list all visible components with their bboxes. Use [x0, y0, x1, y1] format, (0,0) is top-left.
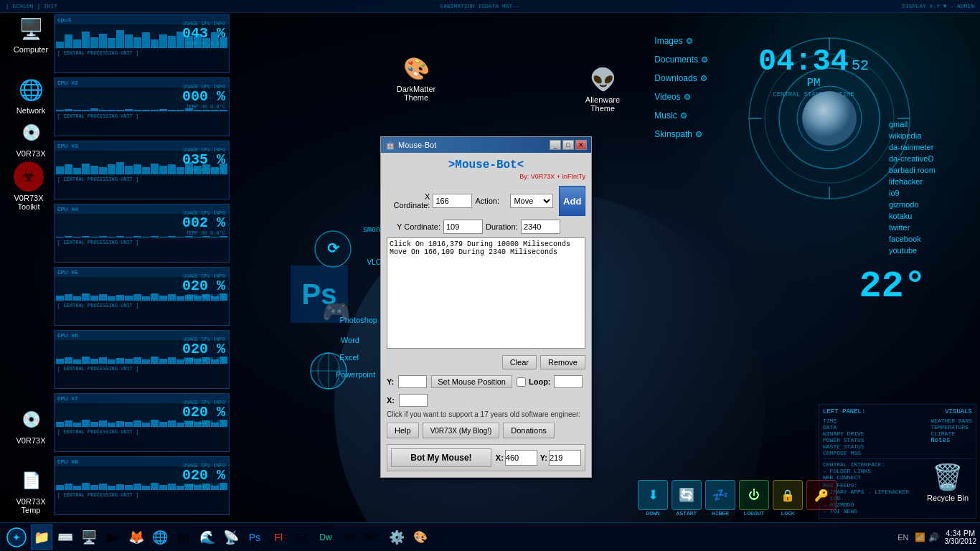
controller-icon-area[interactable]: 🎮 [322, 298, 351, 325]
right-link-io9[interactable]: io9 [883, 187, 976, 199]
right-link-kotaku[interactable]: kotaku [883, 210, 976, 222]
duration-input[interactable] [521, 220, 560, 234]
v0r73x1-icon: 💿 [17, 118, 45, 147]
hiber-label: HIBER [712, 510, 729, 517]
taskbar-dreamweaver[interactable]: Dw [315, 524, 336, 550]
right-link-da-creativeD[interactable]: da-creativeD [883, 153, 976, 164]
set-position-button[interactable]: Set Mouse Position [431, 375, 512, 388]
icon-network[interactable]: 🌐 Network [6, 75, 56, 115]
taskbar-paint[interactable]: 🎨 [410, 524, 431, 550]
taskbar-xm[interactable]: XM [339, 524, 360, 550]
globe-icon-area[interactable] [309, 352, 349, 394]
dialog-content: >Mouse-Bot< By: V0R73X + InFIn!Ty X Cord… [381, 153, 591, 477]
right-link-twitter[interactable]: twitter [883, 222, 976, 233]
maximize-button[interactable]: □ [562, 140, 574, 150]
dock-astart[interactable]: 🔄 ASTART [672, 480, 702, 517]
taskbar-media[interactable]: ▶ [102, 524, 123, 550]
help-button[interactable]: Help [387, 423, 419, 438]
right-link-youtube[interactable]: youtube [883, 245, 976, 256]
taskbar-cmd[interactable]: ⌨️ [55, 524, 76, 550]
right-link-lifehacker[interactable]: lifehacker [883, 176, 976, 187]
icon-darkmatter[interactable]: 🎨 DarkMatterTheme [391, 54, 441, 102]
nav-skinspath[interactable]: Skinspath [654, 129, 707, 139]
loop-checkbox[interactable] [517, 377, 526, 387]
right-link-wikipedia[interactable]: wikipedia [883, 130, 976, 141]
taskbar-fireworks[interactable]: 📡 [220, 524, 242, 550]
clear-button[interactable]: Clear [502, 355, 537, 369]
icon-recycle-bin[interactable]: 🗑️ Recycle Bin [923, 463, 973, 502]
add-button[interactable]: Add [559, 186, 585, 216]
bot-button[interactable]: Bot My Mouse! [391, 448, 491, 467]
down-icon: ⬇ [638, 480, 668, 510]
nav-documents[interactable]: Documents [654, 55, 707, 65]
right-links-panel: gmail wikipedia da-rainmeter da-creative… [883, 118, 976, 256]
cpu1-usage: USAGE CPU INFO 043 % TEMP #5 0.0°C [182, 21, 225, 47]
action-select[interactable]: Move Click Double Click Right Click [510, 194, 553, 208]
bot-x-input[interactable] [505, 450, 537, 466]
visuals-label: VISUALS [945, 408, 972, 415]
cpu6-usage: USAGE CPU INFO 020 % TEMP #10 0.0°C [182, 336, 225, 362]
cpu4-usage: USAGE CPU INFO 002 % TEMP #8 0.0°C [182, 210, 225, 236]
right-link-facebook[interactable]: facebook [883, 233, 976, 245]
blog-button[interactable]: V0R73X (My Blog!) [423, 423, 500, 438]
icon-v0r73x2[interactable]: 💿 V0R73X [6, 405, 56, 445]
taskbar-monitor[interactable]: 🖥️ [78, 524, 100, 550]
y-pos-input[interactable] [398, 375, 427, 388]
downloads-dot [701, 75, 707, 81]
taskbar-chrome[interactable]: 🌐 [149, 524, 171, 550]
cpu-monitor-2: CPU #2 [ CENTRAL PROCESSING UNIT ] USAGE… [54, 77, 230, 136]
icon-computer[interactable]: 🖥️ Computer [6, 14, 56, 54]
taskbar-dosbox[interactable]: DOS [362, 524, 384, 550]
remove-button[interactable]: Remove [540, 355, 585, 369]
taskbar-explorer[interactable]: 📁 [31, 524, 52, 550]
icon-alienware[interactable]: 👽 AlienwareTheme [578, 65, 628, 113]
cpu8-footer: [ CENTRAL PROCESSING UNIT ] [55, 491, 229, 499]
downloads-label: Downloads [654, 73, 697, 83]
temperature-display: 22° [859, 265, 926, 308]
bittorrent-icon-area[interactable]: ⟳ [314, 230, 353, 272]
nav-music[interactable]: Music [654, 110, 707, 121]
loop-input[interactable] [554, 375, 583, 388]
astart-label: ASTART [677, 510, 697, 517]
y-coordinate-input[interactable] [443, 220, 483, 234]
script-textarea[interactable]: Click On 1016,379 During 10000 Milisecon… [387, 237, 585, 349]
dock-down[interactable]: ⬇ DOWN [638, 480, 668, 517]
dock-lock[interactable]: 🔒 LOCK [773, 480, 803, 517]
right-link-gmail[interactable]: gmail [883, 118, 976, 130]
icon-v0r73x1[interactable]: 💿 V0R73X [6, 118, 56, 158]
close-button[interactable]: ✕ [575, 140, 587, 150]
icon-v0r73x-temp[interactable]: 📄 V0R73XTemp [6, 466, 56, 514]
nav-images[interactable]: Images [654, 36, 707, 46]
taskbar-firefox[interactable]: 🦊 [126, 524, 147, 550]
nav-videos[interactable]: Videos [654, 92, 707, 102]
taskbar-photoshop[interactable]: Ps [244, 524, 265, 550]
cpu-monitor-1: cpu1 [ CENTRAL PROCESSING UNIT ] USAGE C… [54, 14, 230, 73]
taskbar-wave[interactable]: 🌊 [197, 524, 218, 550]
taskbar-infinity[interactable]: ∞ [173, 524, 194, 550]
taskbar-flash[interactable]: Fl [268, 524, 289, 550]
cpu7-usage: USAGE CPU INFO 020 % TEMP #11 0.0°C [182, 400, 225, 425]
taskbar-right-area: EN 📶 🔊 4:34 PM 3/30/2012 [897, 529, 976, 545]
taskbar-filezilla[interactable]: FZ [291, 524, 313, 550]
dock-key[interactable]: 🔑 [806, 480, 837, 517]
donations-button[interactable]: Donations [503, 423, 555, 438]
start-button[interactable]: ✦ [4, 524, 29, 550]
taskbar-settings[interactable]: ⚙️ [386, 524, 407, 550]
vlc-icon-area[interactable]: VLC [367, 258, 381, 266]
images-label: Images [654, 36, 682, 46]
x-coordinate-input[interactable] [433, 194, 472, 208]
x-pos-input[interactable] [399, 394, 428, 407]
nav-downloads[interactable]: Downloads [654, 73, 707, 83]
right-link-gizmodo[interactable]: gizmodo [883, 199, 976, 210]
right-link-barbadi[interactable]: barbadi room [883, 164, 976, 176]
icon-toolkit[interactable]: ☣ V0R73XToolkit [4, 161, 54, 211]
right-link-da-rainmeter[interactable]: da-rainmeter [883, 141, 976, 153]
bot-y-input[interactable] [549, 450, 581, 466]
mousebot-dialog: 🤖 Mouse-Bot _ □ ✕ >Mouse-Bot< By: V0R73X… [380, 136, 592, 478]
dock-logout[interactable]: ⏻ LOGOUT [739, 480, 769, 517]
images-dot [687, 38, 692, 44]
dock-hiber[interactable]: 💤 HIBER [705, 480, 735, 517]
left-panel-title: LEFT PANEL: VISUALS [823, 408, 972, 415]
minimize-button[interactable]: _ [550, 140, 561, 150]
cpu3-usage: USAGE CPU INFO 035 % TEMP #7 0.0°C [182, 147, 225, 173]
